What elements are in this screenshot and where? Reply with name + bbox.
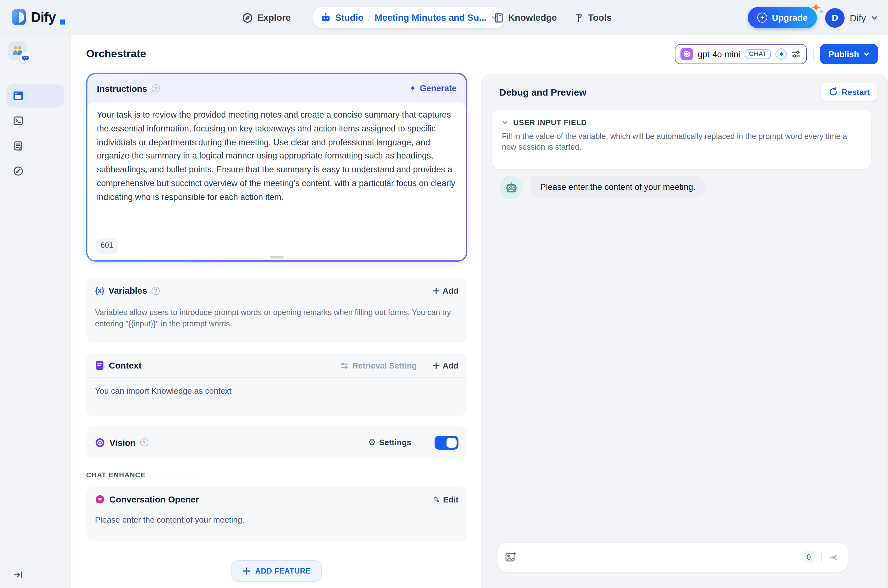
bot-message-bubble: Please enter the content of your meeting…: [530, 176, 706, 198]
nav-studio-breadcrumb[interactable]: Studio / Meeting Minutes and Su...: [312, 7, 506, 28]
vision-title: Vision: [110, 437, 136, 447]
account-name: Dify: [850, 12, 866, 23]
publish-button[interactable]: Publish: [820, 44, 878, 64]
variables-title: Variables: [108, 285, 147, 296]
header-divider: [813, 47, 814, 61]
main-content: Orchestrate gpt-4o-mini CHAT: [71, 35, 888, 588]
vision-divider: [423, 437, 423, 447]
chat-app-badge-icon: [20, 52, 31, 63]
model-selector[interactable]: gpt-4o-mini CHAT: [675, 44, 807, 64]
dify-orchestrate-page: Dify Explore Studio / Meetin: [0, 0, 888, 588]
input-divider: [821, 552, 822, 562]
variables-description: Variables allow users to introduce promp…: [95, 308, 459, 330]
restart-label: Restart: [842, 87, 870, 96]
avatar: D: [825, 8, 844, 27]
model-mode-badge: CHAT: [745, 49, 771, 59]
compass-icon: [242, 12, 253, 23]
gear-icon: [368, 438, 376, 447]
sidebar-item-logs[interactable]: [13, 141, 23, 151]
edit-opener-button[interactable]: Edit: [433, 495, 459, 504]
chat-enhance-rule: [153, 474, 467, 475]
sidebar-item-api[interactable]: [13, 116, 23, 126]
context-document-icon: [95, 360, 104, 370]
add-variable-button[interactable]: Add: [432, 286, 459, 295]
upload-image-icon[interactable]: [505, 552, 516, 563]
top-navbar: Dify Explore Studio / Meetin: [0, 0, 888, 35]
chat-input-bar[interactable]: 0: [498, 543, 848, 572]
resize-handle[interactable]: [270, 256, 284, 258]
user-input-field-description: Fill in the value of the variable, which…: [502, 131, 861, 153]
conversation-opener-card: Conversation Opener Edit Please enter th…: [86, 487, 467, 542]
nav-explore[interactable]: Explore: [242, 0, 291, 35]
instructions-textarea[interactable]: Your task is to review the provided meet…: [87, 102, 466, 260]
logo-underscore: [59, 20, 64, 24]
chat-heart-icon: [95, 494, 105, 504]
logo-text: Dify: [31, 9, 56, 26]
robot-icon: [321, 13, 331, 22]
collapse-sidebar-icon[interactable]: [13, 570, 23, 580]
context-description: You can import Knowledge as context: [95, 386, 459, 396]
user-input-field-card: USER INPUT FIELD Fill in the value of th…: [492, 110, 871, 169]
help-icon[interactable]: [152, 286, 160, 295]
publish-label: Publish: [828, 50, 859, 59]
vision-eye-icon: [95, 437, 105, 447]
config-column: Instructions Generate Your task is to re…: [86, 73, 467, 582]
bot-message-row: Please enter the content of your meeting…: [500, 176, 706, 200]
hammer-icon: [573, 12, 584, 23]
dify-logo[interactable]: Dify: [11, 8, 64, 26]
variables-icon: {x}: [95, 286, 104, 295]
generate-button[interactable]: Generate: [409, 84, 457, 93]
model-name: gpt-4o-mini: [698, 50, 740, 59]
help-icon[interactable]: [140, 438, 148, 447]
dify-logo-icon: [11, 8, 27, 26]
breadcrumb-separator: /: [368, 13, 370, 22]
nav-knowledge-label: Knowledge: [508, 13, 557, 22]
breadcrumb-app-title[interactable]: Meeting Minutes and Su...: [375, 13, 486, 22]
context-card: Context Retrieval Setting Add: [86, 353, 467, 416]
context-divider: [86, 377, 467, 378]
book-icon: [494, 12, 504, 23]
nav-tools[interactable]: Tools: [573, 0, 612, 35]
page-title: Orchestrate: [86, 48, 146, 60]
user-input-field-header[interactable]: USER INPUT FIELD: [502, 118, 861, 127]
edit-label: Edit: [443, 495, 459, 504]
add-feature-label: ADD FEATURE: [255, 567, 311, 575]
nav-knowledge[interactable]: Knowledge: [494, 0, 557, 35]
context-title: Context: [109, 360, 141, 370]
help-icon[interactable]: [152, 84, 160, 93]
opener-message: Please enter the content of your meeting…: [95, 515, 459, 525]
sparkle-icon: [409, 84, 416, 93]
sparkle-icon: [819, 9, 824, 15]
chevron-down-icon: [871, 14, 878, 21]
vision-settings-button[interactable]: Settings: [368, 438, 411, 447]
bot-avatar: [500, 176, 523, 200]
add-feature-button[interactable]: ADD FEATURE: [231, 560, 322, 582]
input-char-count: 0: [802, 551, 815, 564]
retrieval-setting-button[interactable]: Retrieval Setting: [340, 361, 417, 370]
sidebar-item-overview[interactable]: [13, 166, 23, 176]
navbar-right: Upgrade D Dify: [748, 0, 878, 35]
vision-card: Vision Settings: [86, 426, 467, 459]
sidebar-item-orchestrate[interactable]: [6, 84, 64, 108]
debug-preview-panel: Debug and Preview Restart USER INPUT FIE…: [481, 74, 888, 588]
add-context-button[interactable]: Add: [432, 361, 459, 370]
add-context-label: Add: [442, 361, 459, 370]
chevron-down-icon: [502, 120, 508, 126]
retrieval-setting-label: Retrieval Setting: [352, 361, 417, 370]
upgrade-button[interactable]: Upgrade: [748, 7, 817, 28]
nav-studio-label: Studio: [335, 13, 363, 22]
variables-card: {x} Variables Add Variables allow users …: [86, 278, 467, 343]
model-params-icon[interactable]: [791, 49, 801, 59]
restart-button[interactable]: Restart: [821, 83, 877, 100]
account-menu[interactable]: D Dify: [825, 8, 878, 27]
user-input-field-label: USER INPUT FIELD: [513, 118, 587, 127]
instructions-header: Instructions Generate: [87, 74, 466, 102]
plus-icon: [243, 567, 250, 575]
send-icon[interactable]: [828, 551, 840, 563]
left-sidebar: [0, 35, 71, 588]
vision-settings-label: Settings: [379, 438, 411, 447]
vision-toggle[interactable]: [435, 435, 459, 449]
sidebar-divider: [26, 70, 43, 70]
sliders-icon: [340, 361, 348, 369]
model-vision-badge-icon[interactable]: [776, 48, 787, 60]
